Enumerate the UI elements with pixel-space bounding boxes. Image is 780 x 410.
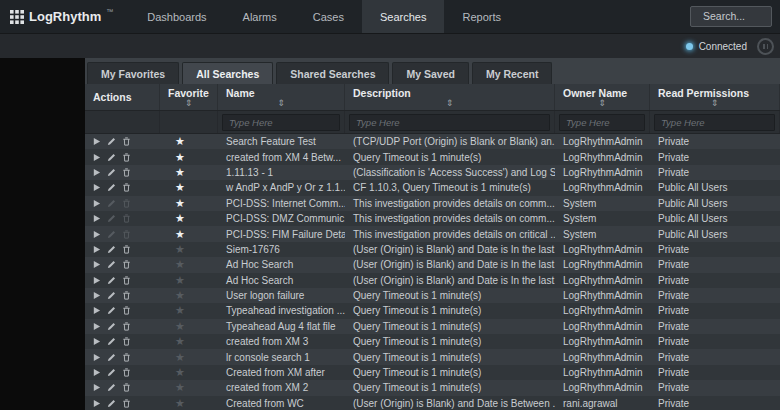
play-icon[interactable] [92, 153, 101, 162]
delete-icon[interactable] [122, 322, 131, 331]
delete-icon[interactable] [122, 214, 131, 223]
favorite-star-icon[interactable]: ★ [175, 290, 185, 301]
play-icon[interactable] [92, 230, 101, 239]
column-header-name[interactable]: Name⇕ [218, 84, 345, 110]
edit-icon[interactable] [107, 276, 116, 285]
favorite-star-icon[interactable]: ★ [175, 382, 185, 393]
delete-icon[interactable] [122, 276, 131, 285]
favorite-star-icon[interactable]: ★ [175, 275, 185, 286]
delete-icon[interactable] [122, 353, 131, 362]
filter-input-description[interactable] [349, 114, 550, 131]
play-icon[interactable] [92, 214, 101, 223]
pause-icon[interactable] [757, 38, 774, 55]
favorite-star-icon[interactable]: ★ [175, 198, 185, 209]
edit-icon[interactable] [107, 214, 116, 223]
nav-item-cases[interactable]: Cases [295, 0, 362, 33]
tab-shared-searches[interactable]: Shared Searches [276, 62, 389, 84]
edit-icon[interactable] [107, 353, 116, 362]
play-icon[interactable] [92, 199, 101, 208]
delete-icon[interactable] [122, 383, 131, 392]
favorite-star-icon[interactable]: ★ [175, 152, 185, 163]
column-header-description[interactable]: Description⇕ [345, 84, 555, 110]
play-icon[interactable] [92, 276, 101, 285]
play-icon[interactable] [92, 137, 101, 146]
delete-icon[interactable] [122, 245, 131, 254]
edit-icon[interactable] [107, 230, 116, 239]
favorite-star-icon[interactable]: ★ [175, 229, 185, 240]
sort-icon[interactable]: ⇕ [650, 99, 779, 107]
sort-icon[interactable]: ⇕ [555, 99, 649, 107]
favorite-star-icon[interactable]: ★ [175, 213, 185, 224]
edit-icon[interactable] [107, 153, 116, 162]
delete-icon[interactable] [122, 230, 131, 239]
sort-icon[interactable]: ⇕ [160, 99, 217, 107]
play-icon[interactable] [92, 368, 101, 377]
column-header-read-permissions[interactable]: Read Permissions⇕ [650, 84, 780, 110]
delete-icon[interactable] [122, 183, 131, 192]
edit-icon[interactable] [107, 306, 116, 315]
favorite-star-icon[interactable]: ★ [175, 259, 185, 270]
delete-icon[interactable] [122, 291, 131, 300]
actions-cell [85, 196, 160, 211]
left-gutter [0, 58, 85, 410]
favorite-star-icon[interactable]: ★ [175, 352, 185, 363]
edit-icon[interactable] [107, 260, 116, 269]
edit-icon[interactable] [107, 183, 116, 192]
delete-icon[interactable] [122, 153, 131, 162]
favorite-star-icon[interactable]: ★ [175, 305, 185, 316]
delete-icon[interactable] [122, 368, 131, 377]
filter-input-owner-name[interactable] [559, 114, 645, 131]
delete-icon[interactable] [122, 199, 131, 208]
edit-icon[interactable] [107, 291, 116, 300]
sort-icon[interactable]: ⇕ [218, 99, 344, 107]
filter-input-read-permissions[interactable] [654, 114, 775, 131]
play-icon[interactable] [92, 383, 101, 392]
edit-icon[interactable] [107, 137, 116, 146]
edit-icon[interactable] [107, 399, 116, 408]
play-icon[interactable] [92, 337, 101, 346]
edit-icon[interactable] [107, 245, 116, 254]
delete-icon[interactable] [122, 337, 131, 346]
play-icon[interactable] [92, 245, 101, 254]
play-icon[interactable] [92, 353, 101, 362]
filter-input-name[interactable] [222, 114, 340, 131]
edit-icon[interactable] [107, 383, 116, 392]
delete-icon[interactable] [122, 306, 131, 315]
favorite-star-icon[interactable]: ★ [175, 367, 185, 378]
nav-item-reports[interactable]: Reports [444, 0, 519, 33]
edit-icon[interactable] [107, 322, 116, 331]
edit-icon[interactable] [107, 337, 116, 346]
global-search-button[interactable]: Search... [690, 6, 772, 27]
column-header-owner-name[interactable]: Owner Name⇕ [555, 84, 650, 110]
nav-item-alarms[interactable]: Alarms [225, 0, 295, 33]
nav-item-searches[interactable]: Searches [362, 0, 444, 33]
play-icon[interactable] [92, 399, 101, 408]
delete-icon[interactable] [122, 168, 131, 177]
tab-my-favorites[interactable]: My Favorites [87, 62, 179, 84]
tab-my-recent[interactable]: My Recent [472, 62, 553, 84]
favorite-star-icon[interactable]: ★ [175, 336, 185, 347]
column-header-favorite[interactable]: Favorite⇕ [160, 84, 218, 110]
favorite-star-icon[interactable]: ★ [175, 244, 185, 255]
delete-icon[interactable] [122, 399, 131, 408]
play-icon[interactable] [92, 322, 101, 331]
edit-icon[interactable] [107, 168, 116, 177]
edit-icon[interactable] [107, 199, 116, 208]
play-icon[interactable] [92, 168, 101, 177]
favorite-star-icon[interactable]: ★ [175, 321, 185, 332]
play-icon[interactable] [92, 291, 101, 300]
favorite-star-icon[interactable]: ★ [175, 398, 185, 409]
favorite-star-icon[interactable]: ★ [175, 182, 185, 193]
tab-all-searches[interactable]: All Searches [182, 62, 273, 84]
play-icon[interactable] [92, 260, 101, 269]
delete-icon[interactable] [122, 137, 131, 146]
edit-icon[interactable] [107, 368, 116, 377]
favorite-star-icon[interactable]: ★ [175, 136, 185, 147]
play-icon[interactable] [92, 306, 101, 315]
tab-my-saved[interactable]: My Saved [392, 62, 468, 84]
favorite-star-icon[interactable]: ★ [175, 167, 185, 178]
nav-item-dashboards[interactable]: Dashboards [129, 0, 224, 33]
delete-icon[interactable] [122, 260, 131, 269]
sort-icon[interactable]: ⇕ [345, 99, 554, 107]
play-icon[interactable] [92, 183, 101, 192]
